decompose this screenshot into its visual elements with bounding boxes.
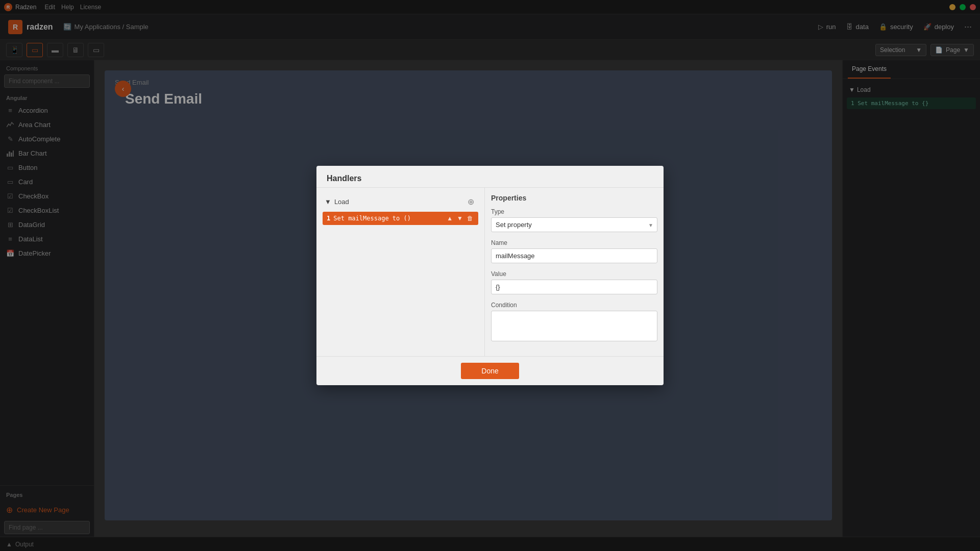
properties-panel: Properties Type Set property Name Value [485, 188, 664, 356]
condition-textarea[interactable] [491, 311, 657, 341]
handler-item[interactable]: 1 Set mailMessage to () ▲ ▼ 🗑 [323, 212, 478, 225]
type-label: Type [491, 208, 657, 215]
condition-label: Condition [491, 302, 657, 309]
handler-delete-btn[interactable]: 🗑 [466, 215, 474, 222]
value-label: Value [491, 270, 657, 278]
handlers-modal: Handlers ▼ Load ⊕ 1 Set mailMessage to (… [316, 166, 664, 385]
handler-move-up-btn[interactable]: ▲ [446, 215, 454, 222]
modal-title: Handlers [327, 174, 361, 183]
done-button[interactable]: Done [461, 363, 519, 379]
name-input[interactable] [491, 248, 657, 263]
prop-type-group: Type Set property [491, 208, 657, 232]
handler-section-label: Load [334, 198, 349, 206]
modal-footer: Done [316, 356, 664, 385]
handler-move-down-btn[interactable]: ▼ [456, 215, 464, 222]
handlers-panel: ▼ Load ⊕ 1 Set mailMessage to () ▲ ▼ 🗑 [316, 188, 485, 356]
prop-name-group: Name [491, 239, 657, 263]
handler-item-actions: ▲ ▼ 🗑 [446, 215, 474, 222]
handler-item-num: 1 [327, 215, 330, 222]
prop-condition-group: Condition [491, 302, 657, 343]
type-select[interactable]: Set property [491, 217, 657, 232]
add-handler-button[interactable]: ⊕ [465, 197, 476, 207]
modal-header: Handlers [316, 166, 664, 188]
handler-section-header: ▼ Load ⊕ [323, 194, 478, 210]
prop-value-group: Value [491, 270, 657, 294]
properties-title: Properties [491, 194, 657, 202]
modal-body: ▼ Load ⊕ 1 Set mailMessage to () ▲ ▼ 🗑 P… [316, 188, 664, 356]
handler-collapse-icon: ▼ [325, 198, 331, 206]
modal-overlay[interactable]: Handlers ▼ Load ⊕ 1 Set mailMessage to (… [0, 0, 980, 551]
handler-item-text: Set mailMessage to () [333, 215, 411, 222]
name-label: Name [491, 239, 657, 246]
value-input[interactable] [491, 280, 657, 294]
type-select-wrapper: Set property [491, 217, 657, 232]
